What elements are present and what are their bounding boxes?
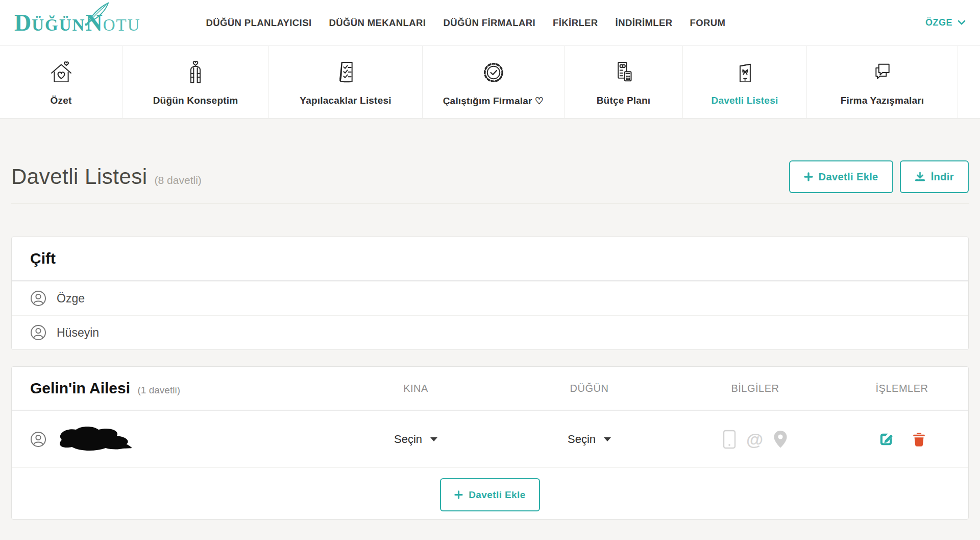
user-menu[interactable]: ÖZGE	[925, 17, 966, 28]
column-header-kina: KINA	[328, 383, 504, 394]
page-title: Davetli Listesi	[11, 165, 148, 189]
guest-count-badge: (8 davetli)	[155, 167, 202, 186]
couple-card-header: Çift	[12, 237, 968, 281]
caret-down-icon	[604, 437, 611, 441]
page-actions: Davetli Ekle İndir	[789, 160, 969, 193]
column-header-islemler: İŞLEMLER	[836, 383, 968, 394]
tab-davetli-listesi[interactable]: Davetli Listesi	[683, 46, 807, 118]
dugun-select[interactable]: Seçin	[568, 433, 611, 446]
tab-calistigim-firmalar[interactable]: Çalıştığım Firmalar ♡	[423, 46, 565, 118]
table-row-guest: Seçin Seçin @	[12, 411, 968, 468]
column-header-dugun: DÜĞÜN	[504, 383, 675, 394]
tabs-filler	[958, 46, 980, 118]
main-content: Davetli Listesi (8 davetli) Davetli Ekle…	[0, 119, 980, 520]
family-guest-count: (1 davetli)	[138, 385, 180, 395]
badge-check-icon	[479, 58, 508, 87]
header-divider	[11, 203, 969, 204]
delete-guest-button[interactable]	[912, 432, 926, 447]
person-avatar-icon	[30, 324, 46, 341]
member-name: Hüseyin	[57, 326, 99, 340]
download-button[interactable]: İndir	[900, 160, 969, 193]
couple-card: Çift Özge Hüseyin	[11, 237, 969, 350]
chevron-down-icon	[958, 20, 966, 26]
plus-icon	[804, 172, 813, 181]
add-guest-button[interactable]: Davetli Ekle	[789, 160, 893, 193]
site-logo[interactable]: DÜĞÜNNOTU	[14, 9, 140, 36]
add-guest-button-bottom[interactable]: Davetli Ekle	[440, 478, 540, 511]
edit-icon	[878, 432, 894, 447]
plus-icon	[454, 490, 463, 499]
family-card-title: Gelin'in Ailesi	[30, 380, 130, 396]
wedding-arch-icon	[181, 58, 210, 87]
kina-select[interactable]: Seçin	[394, 433, 437, 446]
logo-text: D	[14, 9, 32, 36]
list-item-ozge[interactable]: Özge	[12, 281, 968, 315]
redacted-name-scribble	[56, 426, 133, 453]
nav-fikirler[interactable]: FİKİRLER	[553, 17, 598, 29]
nav-indirimler[interactable]: İNDİRİMLER	[616, 17, 673, 29]
tab-firma-yazismalari[interactable]: Firma Yazışmaları	[807, 46, 958, 118]
feather-icon	[80, 2, 110, 26]
edit-guest-button[interactable]	[878, 432, 894, 447]
nav-dugun-firmalari[interactable]: DÜĞÜN FİRMALARI	[443, 17, 535, 29]
tab-label: Davetli Listesi	[712, 95, 778, 106]
tab-label: Firma Yazışmaları	[841, 95, 924, 106]
trash-icon	[912, 432, 926, 447]
family-card-footer: Davetli Ekle	[12, 468, 968, 519]
couple-card-title: Çift	[30, 250, 56, 267]
bride-family-card: Gelin'in Ailesi (1 davetli) KINA DÜĞÜN B…	[11, 366, 969, 520]
chat-icon	[868, 58, 897, 87]
phone-icon	[723, 430, 736, 449]
tab-butce-plani[interactable]: Bütçe Planı	[565, 46, 683, 118]
nav-dugun-mekanlari[interactable]: DÜĞÜN MEKANLARI	[329, 17, 426, 29]
tab-label: Özet	[51, 95, 72, 106]
user-name: ÖZGE	[925, 17, 952, 28]
caret-down-icon	[430, 437, 437, 441]
tab-label: Düğün Konseptim	[153, 95, 238, 106]
person-avatar-icon	[30, 290, 46, 307]
tab-ozet[interactable]: Özet	[0, 46, 122, 118]
location-pin-icon	[773, 430, 788, 449]
top-header: DÜĞÜNNOTU DÜĞÜN PLANLAYICISI DÜĞÜN MEKAN…	[0, 0, 980, 46]
tab-yapilacaklar-listesi[interactable]: Yapılacaklar Listesi	[269, 46, 423, 118]
list-item-huseyin[interactable]: Hüseyin	[12, 315, 968, 349]
guest-info-icons: @	[723, 430, 788, 449]
main-nav: DÜĞÜN PLANLAYICISI DÜĞÜN MEKANLARI DÜĞÜN…	[206, 17, 725, 29]
nav-dugun-planlayicisi[interactable]: DÜĞÜN PLANLAYICISI	[206, 17, 311, 29]
person-avatar-icon	[30, 431, 46, 448]
email-icon: @	[746, 431, 763, 448]
download-icon	[915, 172, 925, 182]
checklist-icon	[331, 58, 360, 87]
home-heart-icon	[46, 58, 76, 87]
invitation-icon	[730, 58, 760, 87]
tab-dugun-konseptim[interactable]: Düğün Konseptim	[122, 46, 269, 118]
tab-label: Çalıştığım Firmalar ♡	[443, 95, 544, 107]
member-name: Özge	[57, 292, 85, 306]
tab-label: Yapılacaklar Listesi	[300, 95, 391, 106]
tab-label: Bütçe Planı	[597, 95, 651, 106]
column-header-bilgiler: BİLGİLER	[675, 383, 836, 394]
page-head: Davetli Listesi (8 davetli) Davetli Ekle…	[11, 160, 969, 193]
budget-icon	[609, 58, 639, 87]
planner-tabs: Özet Düğün Konseptim Yapılacaklar Listes…	[0, 46, 980, 119]
family-card-header: Gelin'in Ailesi (1 davetli) KINA DÜĞÜN B…	[12, 367, 968, 411]
nav-forum[interactable]: FORUM	[690, 17, 726, 29]
